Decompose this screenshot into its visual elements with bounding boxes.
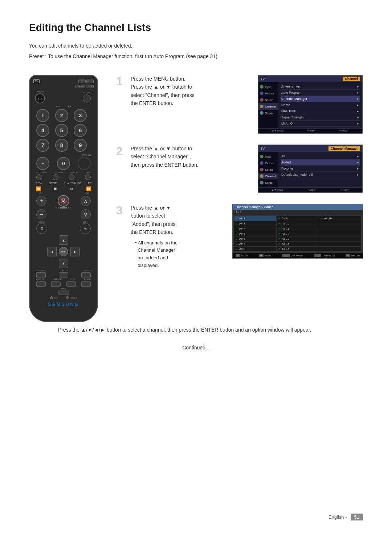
- ch-down-btn[interactable]: ∨: [81, 209, 91, 219]
- cable-vcr-row: CABLE VCR: [33, 85, 94, 88]
- btn-minus[interactable]: –: [36, 157, 49, 170]
- remote-bottom: [37, 311, 90, 318]
- btn-9[interactable]: 9: [74, 139, 87, 152]
- color-btns-row: [36, 281, 91, 287]
- bottom-note: Press the ▲/▼/◄/► button to select a cha…: [58, 326, 363, 334]
- info-btn[interactable]: [59, 272, 68, 277]
- footer2-enter: ↵ Enter: [307, 189, 316, 191]
- cell-air13: ✓ Air 13: [277, 236, 319, 241]
- samsung-logo: SAMSUNG: [33, 301, 94, 307]
- zero-row: – 0: [36, 157, 91, 170]
- btn-0[interactable]: 0: [57, 157, 70, 170]
- step-2-number: 2: [116, 145, 125, 157]
- page-number-area: English - 51: [328, 514, 363, 520]
- vol-ch-labels: VOL CH: [38, 192, 89, 194]
- cell-air15: ✓ Air 15: [277, 247, 319, 251]
- page-number-text: English -: [328, 514, 347, 520]
- step-1-number: 1: [116, 76, 125, 87]
- play-btn[interactable]: ⏯: [70, 186, 74, 191]
- btn-3[interactable]: 3: [74, 109, 87, 122]
- step-1-text: Press the MENU button. Press the ▲ or ▼ …: [131, 75, 248, 108]
- caption-btn[interactable]: [36, 272, 46, 277]
- vol-space-ch-row: – ∨: [36, 209, 91, 219]
- cell-air2: ✓ Air 2: [234, 216, 276, 221]
- mute-btn[interactable]: 🔇: [58, 195, 69, 207]
- favch-btn[interactable]: [69, 174, 74, 180]
- mts-btn[interactable]: [58, 291, 69, 295]
- stop-label: STOP: [49, 182, 57, 185]
- pmode-btn[interactable]: [36, 281, 46, 287]
- vcr-btn[interactable]: VCR: [86, 85, 94, 88]
- btn-8[interactable]: 8: [55, 139, 68, 152]
- play-pause-label: PLAY/PAUSE: [64, 182, 81, 185]
- cell-air6: ✓ Air 6: [234, 236, 276, 241]
- source-button[interactable]: ○: [83, 94, 91, 102]
- step-1-row: 1 Press the MENU button. Press the ▲ or …: [116, 75, 363, 134]
- added-grid: ✓ Air 2 ✓ Air 9 ✓ Air 16 ✓ Air 3: [233, 215, 363, 253]
- rew-label: REW: [36, 182, 42, 185]
- cell-empty4: [319, 236, 361, 241]
- power-button[interactable]: ⏻: [35, 93, 45, 104]
- sidebar-channel-active: Channel: [258, 103, 278, 110]
- btn-6[interactable]: 6: [74, 124, 87, 137]
- btn-2[interactable]: 2: [55, 109, 68, 122]
- menu-btn[interactable]: ☰: [36, 223, 47, 234]
- cable-btn[interactable]: CABLE: [75, 85, 86, 88]
- dpad-down[interactable]: ▼: [59, 259, 68, 268]
- sleep-btn[interactable]: [81, 272, 91, 277]
- step-3-number: 3: [116, 204, 125, 216]
- numpad: 1 2 3 4 5 6 7 8 9: [36, 109, 91, 152]
- menu-antenna: Antenna : Air ►: [281, 84, 360, 90]
- psize-btn[interactable]: [81, 281, 91, 287]
- set-reset-row: SET RESET: [33, 296, 94, 299]
- step-3-text: Press the ▲ or ▼ button to select "Added…: [131, 204, 223, 236]
- footer-return: ↩ Return: [339, 129, 349, 132]
- vol-mute-ch-row: + 🔇 ∧: [36, 195, 91, 207]
- added-screen: Channel Manager / Added Air 2 ✓ Air 2 ✓ …: [232, 204, 363, 259]
- dpad-up[interactable]: ▲: [59, 235, 68, 245]
- dpad: ▲ ◄ ENTER ► ▼: [47, 235, 80, 268]
- mts-label: MTS: [33, 288, 94, 290]
- tv-screen1-body: Input Picture Sound: [258, 82, 362, 128]
- cell-air11: ✓ Air 11: [277, 226, 319, 231]
- footer-deleteall-btn: □ Delete All: [314, 254, 335, 257]
- footer-listmode-btn: □ List Mode: [282, 254, 303, 257]
- dnse-btn[interactable]: [85, 174, 91, 180]
- menu-all: All ►: [281, 153, 360, 159]
- footer2-move: ▲▼ Move: [271, 189, 283, 191]
- footer-enter-btn: ↵ Enter: [259, 254, 271, 257]
- setup-icon: [260, 111, 264, 115]
- transport-btns: ⏪ ⏹ ⏯ ⏩: [36, 186, 91, 191]
- dpad-right[interactable]: ►: [70, 247, 80, 256]
- ff-btn[interactable]: ⏩: [86, 186, 91, 191]
- rew-btn[interactable]: ⏪: [36, 186, 41, 191]
- btn-1[interactable]: 1: [36, 109, 49, 122]
- vol-plus-btn[interactable]: +: [36, 196, 46, 206]
- tv-screen2-body: Input Picture Sound: [258, 152, 362, 187]
- menu-favorite: Favorite ►: [281, 166, 360, 172]
- cell-empty2: [319, 226, 361, 231]
- enter-btn[interactable]: ENTER: [59, 247, 68, 256]
- dvd-btn[interactable]: DVD: [78, 80, 86, 83]
- exit-btn[interactable]: ◄|: [80, 223, 91, 234]
- stop-btn[interactable]: ⏹: [53, 186, 57, 191]
- antenna-btn[interactable]: [36, 174, 42, 180]
- ch-up-btn[interactable]: ∧: [81, 196, 91, 206]
- dpad-left[interactable]: ◄: [47, 247, 57, 256]
- btn-5[interactable]: 5: [55, 124, 68, 137]
- tv-screen2-header: TV Channel Manager: [258, 145, 362, 152]
- chmgr-btn[interactable]: [53, 174, 58, 180]
- main-layout: TV DVD STB CABLE VCR POWER ⏻: [29, 75, 363, 322]
- stb-btn[interactable]: STB: [86, 80, 94, 83]
- tv-screen1-header-left: TV: [261, 77, 265, 81]
- btn-7[interactable]: 7: [36, 139, 49, 152]
- btn-4[interactable]: 4: [36, 124, 49, 137]
- vol-minus-btn[interactable]: –: [36, 209, 46, 219]
- smode-btn[interactable]: [51, 281, 61, 287]
- cell-air7: ✓ Air 7: [234, 242, 276, 246]
- tv-screen1-sidebar: Input Picture Sound: [258, 82, 278, 128]
- cell-air8: ✓ Air 8: [234, 247, 276, 251]
- tv-screen1-header: TV Channel: [258, 76, 362, 82]
- step-3-bullet: • All channels on the Channel Manager ar…: [131, 239, 223, 269]
- still-btn[interactable]: [66, 281, 76, 287]
